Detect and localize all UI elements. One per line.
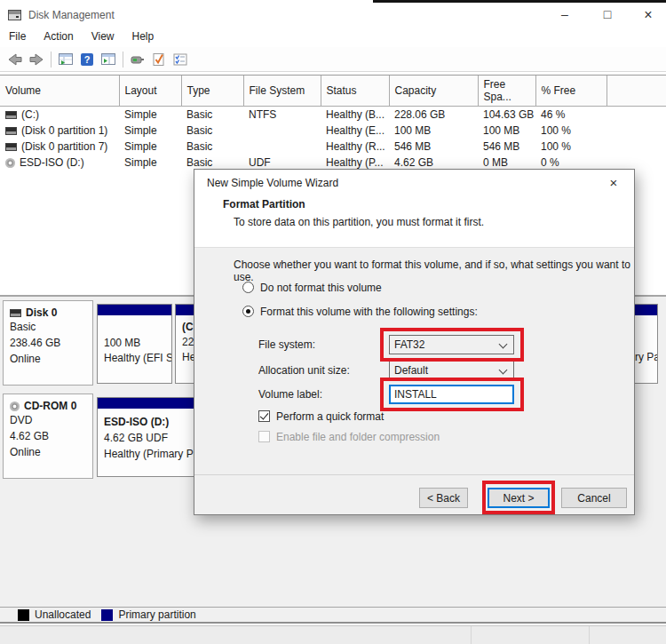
back-button[interactable]: < Back — [419, 488, 468, 508]
menu-action[interactable]: Action — [35, 27, 82, 47]
legend-primary-label: Primary partition — [118, 608, 195, 621]
disk0-size: 238.46 GB — [10, 335, 92, 351]
menu-bar: File Action View Help — [0, 27, 666, 47]
validate-document-icon[interactable] — [148, 49, 170, 70]
col-free-space[interactable]: Free Spa... — [478, 76, 535, 107]
cdrom0-panel[interactable]: CD-ROM 0 DVD 4.62 GB Online — [3, 394, 93, 479]
wizard-intro: Choose whether you want to format this v… — [234, 258, 634, 283]
col-volume[interactable]: Volume — [0, 76, 119, 107]
wizard-title: New Simple Volume Wizard — [207, 177, 338, 189]
volume-name: ESD-ISO (D:) — [20, 156, 84, 169]
drive-icon — [5, 111, 17, 119]
toolbar-separator — [51, 52, 52, 68]
primary-partition-bar — [98, 305, 171, 316]
dialog-close-icon[interactable]: × — [604, 174, 623, 192]
radio-do-not-format-label[interactable]: Do not format this volume — [260, 282, 382, 294]
svg-text:?: ? — [84, 54, 91, 65]
new-simple-volume-wizard-dialog: New Simple Volume Wizard × Format Partit… — [194, 169, 635, 515]
table-row[interactable]: (Disk 0 partition 1) Simple Basic Health… — [0, 123, 666, 139]
quick-format-label[interactable]: Perform a quick format — [276, 410, 384, 423]
col-empty — [607, 76, 666, 107]
properties-list-icon[interactable] — [170, 49, 191, 70]
drive-icon — [5, 127, 17, 135]
allocation-unit-value: Default — [394, 364, 428, 377]
col-file-system[interactable]: File System — [243, 76, 321, 107]
volume-name: (C:) — [21, 108, 39, 121]
wizard-heading: Format Partition — [223, 198, 305, 211]
remote-control-icon[interactable] — [127, 49, 148, 70]
menu-help[interactable]: Help — [123, 27, 163, 47]
desktop-strip-line — [589, 626, 590, 644]
disk0-kind: Basic — [10, 319, 92, 335]
dialog-separator — [194, 474, 634, 475]
volume-name: (Disk 0 partition 1) — [21, 124, 107, 137]
file-system-label: File system: — [258, 338, 315, 351]
highlight-file-system — [380, 328, 524, 362]
cancel-button[interactable]: Cancel — [561, 488, 627, 508]
table-row[interactable]: (C:) Simple Basic NTFS Healthy (B... 228… — [0, 107, 666, 123]
cdrom0-name: CD-ROM 0 — [24, 400, 76, 412]
table-row[interactable]: (Disk 0 partition 7) Simple Basic Health… — [0, 139, 666, 155]
maximize-button[interactable]: □ — [590, 3, 625, 27]
menu-file[interactable]: File — [0, 27, 35, 47]
toolbar: ? — [0, 47, 666, 72]
chevron-down-icon — [499, 366, 508, 375]
col-type[interactable]: Type — [181, 76, 243, 107]
disk0-status: Online — [10, 351, 92, 367]
close-button[interactable]: × — [630, 3, 666, 27]
col-pct-free[interactable]: % Free — [535, 76, 607, 107]
col-layout[interactable]: Layout — [119, 76, 181, 107]
col-capacity[interactable]: Capacity — [389, 76, 478, 107]
allocation-unit-label: Allocation unit size: — [258, 364, 350, 377]
cdrom0-kind: DVD — [10, 412, 92, 428]
volume-name: (Disk 0 partition 7) — [21, 140, 107, 153]
disk0-panel[interactable]: Disk 0 Basic 238.46 GB Online — [3, 300, 93, 386]
radio-format-volume-label[interactable]: Format this volume with the following se… — [260, 306, 478, 318]
highlight-next-button — [482, 481, 555, 514]
col-status[interactable]: Status — [321, 76, 389, 107]
disk-management-app-icon — [8, 10, 21, 20]
legend-bar: Unallocated Primary partition — [0, 607, 666, 624]
volume-label-label: Volume label: — [258, 388, 322, 401]
back-arrow-icon[interactable] — [4, 49, 26, 70]
console-action-icon[interactable] — [98, 49, 119, 70]
checkmark-icon — [260, 410, 269, 419]
drive-icon — [5, 143, 17, 151]
cd-icon — [10, 402, 20, 411]
wizard-subheading: To store data on this partition, you mus… — [234, 216, 484, 228]
console-tree-icon[interactable] — [55, 49, 76, 70]
forward-arrow-icon[interactable] — [26, 49, 47, 70]
disk0-name: Disk 0 — [26, 306, 57, 319]
disk-management-window: Disk Management – □ × File Action View H… — [0, 0, 666, 644]
highlight-volume-label — [380, 378, 524, 411]
menu-view[interactable]: View — [83, 27, 123, 47]
partition-size: 100 MB — [104, 336, 171, 351]
cdrom0-size: 4.62 GB — [10, 428, 92, 444]
desktop-strip-line — [471, 626, 472, 644]
radio-do-not-format[interactable] — [242, 282, 254, 293]
radio-format-volume[interactable] — [242, 306, 254, 317]
quick-format-checkbox[interactable] — [258, 410, 270, 422]
help-icon[interactable]: ? — [76, 49, 98, 70]
compression-checkbox[interactable] — [258, 431, 270, 442]
partition-status: Healthy (EFI S — [104, 351, 171, 366]
minimize-button[interactable]: – — [547, 3, 583, 27]
primary-partition-swatch — [101, 609, 113, 621]
window-title: Disk Management — [28, 9, 115, 21]
cd-icon — [5, 158, 15, 168]
toolbar-separator — [123, 52, 123, 68]
compression-label: Enable file and folder compression — [276, 431, 440, 443]
partition-block-efi[interactable]: 100 MB Healthy (EFI S — [97, 304, 172, 384]
partition-status-fragment: ry Pa — [635, 350, 657, 365]
legend-unallocated-label: Unallocated — [35, 608, 91, 621]
unallocated-swatch — [18, 609, 29, 621]
desktop-strip — [0, 625, 666, 644]
cdrom0-status: Online — [10, 444, 92, 460]
drive-icon — [10, 309, 21, 317]
